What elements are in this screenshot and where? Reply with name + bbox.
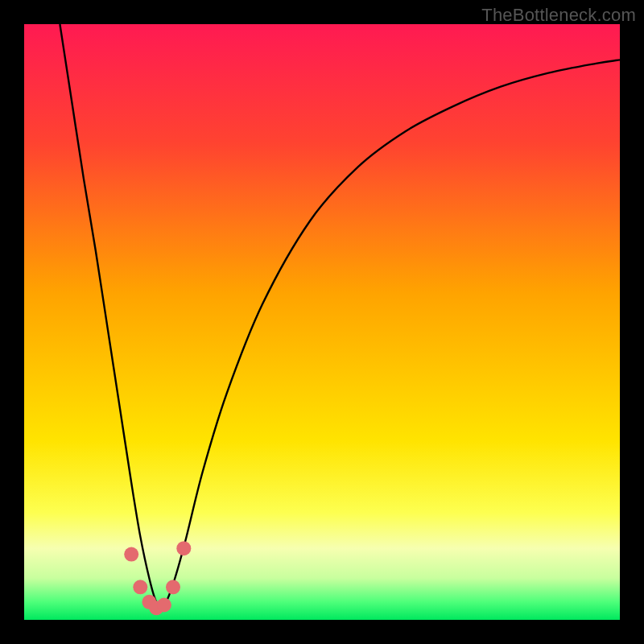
attribution-text: TheBottleneck.com bbox=[481, 5, 636, 26]
curve-marker bbox=[176, 541, 191, 555]
curve-marker bbox=[133, 580, 147, 594]
bottleneck-chart bbox=[24, 24, 620, 620]
curve-marker bbox=[124, 547, 138, 562]
chart-frame bbox=[24, 24, 620, 620]
curve-marker bbox=[157, 598, 171, 613]
curve-marker bbox=[166, 580, 180, 594]
gradient-background bbox=[24, 24, 620, 620]
